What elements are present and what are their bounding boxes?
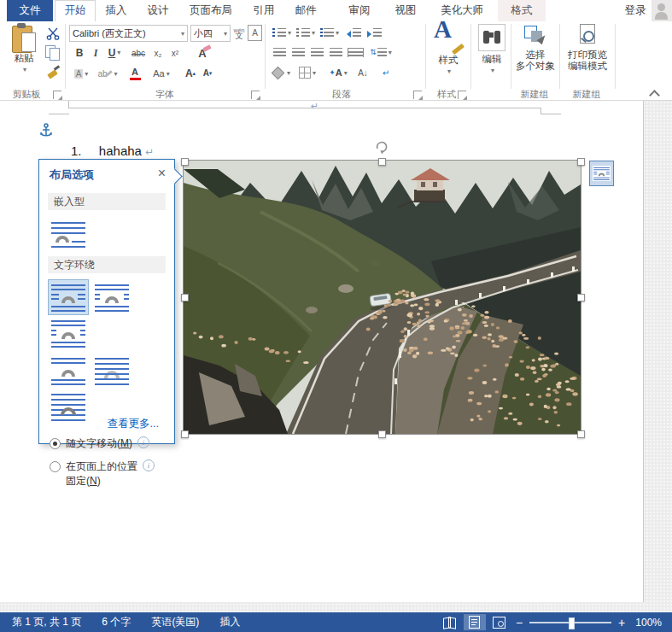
- brush-icon: [452, 44, 465, 55]
- wrap-option-in-front[interactable]: [48, 389, 89, 424]
- grow-font-button[interactable]: A▴: [183, 66, 198, 81]
- increase-indent-button[interactable]: [365, 26, 383, 39]
- wrap-option-through[interactable]: [48, 315, 89, 351]
- wrap-section-header: 文字环绕: [48, 256, 166, 273]
- numbering-button[interactable]: ▾: [295, 26, 316, 39]
- tab-references[interactable]: 引用: [244, 0, 283, 21]
- fix-position-radio[interactable]: 在页面上的位置 固定(N) i: [50, 459, 166, 489]
- cut-button[interactable]: [44, 26, 61, 41]
- info-icon[interactable]: i: [137, 436, 149, 448]
- copy-button[interactable]: [44, 44, 61, 60]
- font-family-combo[interactable]: Calibri (西文正文)▾: [69, 25, 188, 42]
- font-dialog-launcher[interactable]: [251, 91, 260, 99]
- edit-button[interactable]: 编辑 ▾: [475, 24, 509, 76]
- highlight-color-button[interactable]: ab ▾: [95, 66, 120, 81]
- format-painter-button[interactable]: [44, 64, 61, 79]
- styles-button[interactable]: A 样式 ▾: [429, 24, 468, 77]
- show-marks-button[interactable]: ↵: [379, 66, 393, 79]
- change-case-button[interactable]: Aa▾: [149, 66, 173, 81]
- shrink-font-button[interactable]: A▾: [200, 66, 215, 81]
- italic-button[interactable]: I: [89, 45, 102, 61]
- line-spacing-button[interactable]: ⇅▾: [369, 45, 393, 59]
- resize-handle-nw[interactable]: [181, 158, 189, 166]
- resize-handle-sw[interactable]: [181, 430, 189, 438]
- tab-insert[interactable]: 插入: [96, 0, 136, 21]
- tab-file[interactable]: 文件: [7, 0, 53, 21]
- align-left-button[interactable]: [272, 45, 287, 59]
- superscript-button[interactable]: x²: [167, 45, 183, 61]
- info-icon[interactable]: i: [143, 459, 155, 471]
- resize-handle-w[interactable]: [181, 294, 189, 301]
- sort-button[interactable]: A↓: [354, 66, 372, 79]
- document-text-line[interactable]: 1. hahaha ↵: [71, 143, 154, 158]
- close-icon[interactable]: ×: [158, 166, 166, 181]
- see-more-link[interactable]: 查看更多...: [108, 417, 159, 431]
- tab-mailings[interactable]: 邮件: [286, 0, 325, 21]
- radio-icon: [50, 461, 61, 472]
- borders-button[interactable]: ▾: [297, 66, 318, 79]
- wrap-option-inline[interactable]: [48, 217, 89, 253]
- bullets-button[interactable]: ▾: [272, 26, 292, 39]
- resize-handle-ne[interactable]: [577, 158, 585, 166]
- zoom-level[interactable]: 100%: [635, 617, 662, 629]
- subscript-button[interactable]: x₂: [150, 45, 166, 61]
- select-objects-button[interactable]: 选择 多个对象: [514, 24, 557, 72]
- align-center-button[interactable]: [290, 45, 306, 59]
- resize-handle-e[interactable]: [577, 294, 585, 301]
- phonetic-guide-button[interactable]: wén 文: [232, 24, 246, 42]
- rotate-handle[interactable]: [374, 140, 389, 157]
- format-painter-icon: [46, 65, 60, 79]
- inserted-picture[interactable]: [184, 161, 581, 434]
- distribute-button[interactable]: [347, 45, 364, 59]
- page-indicator[interactable]: 第 1 页, 共 1 页: [12, 615, 81, 629]
- font-size-combo[interactable]: 小四▾: [190, 25, 231, 42]
- move-with-text-radio[interactable]: 随文字移动(M) i: [50, 436, 166, 451]
- tab-home[interactable]: 开始: [55, 0, 96, 22]
- zoom-slider[interactable]: [529, 622, 611, 623]
- print-preview-edit-button[interactable]: 打印预览 编辑模式: [564, 24, 611, 72]
- bold-button[interactable]: B: [72, 45, 87, 61]
- insert-mode-indicator[interactable]: 插入: [219, 615, 240, 629]
- decrease-indent-button[interactable]: [345, 26, 362, 39]
- clear-formatting-button[interactable]: A: [193, 45, 212, 61]
- resize-handle-n[interactable]: [378, 158, 386, 166]
- underline-button[interactable]: U▾: [104, 45, 125, 61]
- wrap-option-behind-text[interactable]: [91, 353, 132, 389]
- zoom-out-button[interactable]: −: [516, 616, 523, 629]
- tab-view[interactable]: 视图: [386, 0, 425, 21]
- asian-layout-button[interactable]: ✦A▾: [326, 66, 350, 79]
- align-right-button[interactable]: [309, 45, 324, 59]
- paragraph-dialog-launcher[interactable]: [413, 91, 422, 99]
- character-border-button[interactable]: A: [248, 25, 262, 41]
- ribbon: 粘贴 ▾ 剪贴板 Calibri (西文正文)▾ 小四▾ wén: [0, 21, 672, 101]
- tab-picture-format[interactable]: 格式: [498, 0, 546, 21]
- resize-handle-s[interactable]: [378, 430, 386, 438]
- tab-review[interactable]: 审阅: [340, 0, 379, 21]
- web-layout-button[interactable]: [488, 614, 511, 630]
- zoom-in-button[interactable]: +: [618, 616, 625, 629]
- print-layout-button[interactable]: [464, 614, 486, 630]
- clipboard-dialog-launcher[interactable]: [53, 91, 61, 99]
- language-indicator[interactable]: 英语(美国): [151, 615, 199, 629]
- character-shading-button[interactable]: A▾: [71, 66, 91, 81]
- justify-button[interactable]: [328, 45, 343, 59]
- styles-dialog-launcher[interactable]: [458, 91, 466, 99]
- resize-handle-se[interactable]: [577, 430, 585, 438]
- word-count[interactable]: 6 个字: [102, 615, 131, 629]
- layout-options-floating-button[interactable]: [589, 161, 614, 186]
- wrap-option-top-bottom[interactable]: [48, 353, 89, 389]
- sign-in-button[interactable]: 登录: [619, 0, 652, 21]
- paste-button[interactable]: 粘贴 ▾: [5, 24, 43, 75]
- wrap-option-tight[interactable]: [91, 279, 132, 315]
- multilevel-list-button[interactable]: ▾: [319, 26, 340, 39]
- tab-design[interactable]: 设计: [138, 0, 178, 21]
- tab-page-layout[interactable]: 页面布局: [180, 0, 242, 21]
- shading-button[interactable]: ▾: [272, 66, 292, 79]
- strikethrough-button[interactable]: abc: [128, 45, 149, 61]
- read-mode-button[interactable]: [439, 614, 461, 630]
- user-avatar-icon[interactable]: [652, 0, 672, 21]
- zoom-slider-thumb[interactable]: [569, 617, 575, 629]
- font-color-button[interactable]: A: [124, 66, 146, 81]
- wrap-option-square[interactable]: [48, 279, 89, 315]
- collapse-ribbon-button[interactable]: [651, 90, 659, 98]
